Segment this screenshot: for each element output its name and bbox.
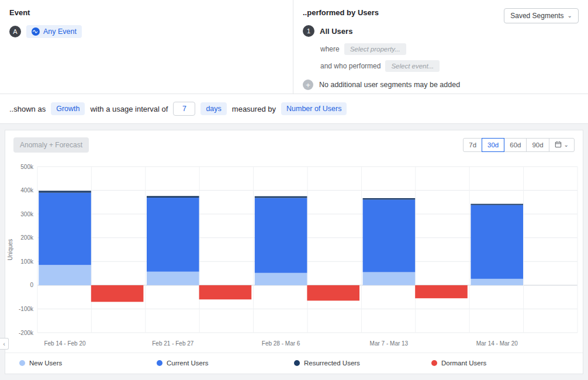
custom-date-button[interactable]: ⌄	[549, 138, 575, 152]
legend-label: Dormant Users	[441, 360, 486, 367]
chart-area: 500k400k300k200k100k0-100k-200kFeb 14 - …	[5, 154, 583, 353]
chevron-down-icon: ⌄	[564, 142, 569, 148]
select-event-field[interactable]: Select event...	[385, 60, 440, 72]
range-30d-button[interactable]: 30d	[482, 138, 504, 152]
legend-color-dot	[157, 360, 162, 366]
svg-text:Uniques: Uniques	[7, 239, 13, 261]
segment-row: 1 All Users	[303, 25, 579, 37]
segment-number-badge: 1	[303, 25, 314, 37]
and-who-performed-label: and who performed	[320, 62, 381, 70]
svg-text:0: 0	[30, 282, 33, 288]
chart-legend: New UsersCurrent UsersResurrected UsersD…	[5, 353, 583, 374]
svg-text:100k: 100k	[20, 258, 34, 265]
event-panel-title: Event	[9, 8, 283, 17]
range-60d-button[interactable]: 60d	[504, 138, 527, 152]
interval-input[interactable]	[173, 102, 195, 116]
no-additional-segments-note: No additional user segments may be added	[319, 81, 460, 89]
query-builder: Event A Any Event ..performed by Users S…	[0, 0, 588, 94]
chevron-down-icon: ⌄	[568, 13, 572, 19]
where-clause: where Select property...	[320, 43, 579, 55]
shown-as-label: ..shown as	[9, 105, 46, 113]
svg-text:Mar 7 - Mar 13: Mar 7 - Mar 13	[370, 340, 409, 347]
chart-type-chip[interactable]: Growth	[51, 102, 85, 115]
measured-by-label: measured by	[232, 105, 276, 113]
shown-as-bar: ..shown as Growth with a usage interval …	[0, 94, 588, 124]
calendar-icon	[555, 141, 562, 149]
saved-segments-button[interactable]: Saved Segments ⌄	[504, 8, 579, 23]
scroll-left-button[interactable]: ‹	[0, 338, 9, 350]
legend-label: New Users	[29, 360, 62, 367]
legend-label: Resurrected Users	[304, 360, 360, 367]
anomaly-forecast-button[interactable]: Anomaly + Forecast	[13, 137, 89, 153]
where-label: where	[320, 45, 340, 53]
svg-text:Mar 14 - Mar 20: Mar 14 - Mar 20	[476, 340, 518, 347]
svg-text:500k: 500k	[20, 164, 34, 170]
segment-name[interactable]: All Users	[320, 27, 352, 36]
any-event-label: Any Event	[43, 27, 77, 36]
legend-item[interactable]: Current Users	[157, 360, 294, 367]
date-range-group: 7d 30d 60d 90d ⌄	[463, 138, 575, 152]
growth-chart[interactable]: 500k400k300k200k100k0-100k-200kFeb 14 - …	[6, 155, 582, 350]
measure-chip[interactable]: Number of Users	[281, 102, 347, 115]
svg-text:-100k: -100k	[19, 306, 34, 312]
svg-text:400k: 400k	[20, 187, 34, 194]
event-letter-badge: A	[9, 26, 21, 37]
chart-card: Anomaly + Forecast 7d 30d 60d 90d ⌄ 500k…	[5, 130, 583, 374]
legend-color-dot	[294, 360, 300, 366]
legend-item[interactable]: Dormant Users	[431, 360, 569, 367]
legend-item[interactable]: Resurrected Users	[294, 360, 431, 367]
legend-label: Current Users	[167, 360, 209, 367]
event-icon	[32, 27, 40, 36]
users-panel: ..performed by Users Saved Segments ⌄ 1 …	[293, 0, 588, 94]
interval-label: with a usage interval of	[90, 105, 168, 113]
event-row: A Any Event	[9, 25, 283, 38]
svg-text:-200k: -200k	[19, 330, 34, 336]
legend-color-dot	[19, 360, 25, 366]
plus-icon: +	[303, 80, 313, 90]
svg-text:Feb 28 - Mar 6: Feb 28 - Mar 6	[262, 340, 300, 347]
add-segment-row: + No additional user segments may be add…	[303, 80, 579, 90]
legend-item[interactable]: New Users	[19, 360, 157, 367]
svg-text:200k: 200k	[20, 234, 34, 241]
select-property-field[interactable]: Select property...	[344, 43, 406, 55]
chart-toolbar: Anomaly + Forecast 7d 30d 60d 90d ⌄	[5, 130, 583, 154]
svg-text:Feb 21 - Feb 27: Feb 21 - Feb 27	[152, 340, 194, 347]
interval-unit-chip[interactable]: days	[200, 102, 226, 115]
saved-segments-label: Saved Segments	[510, 12, 563, 20]
svg-text:300k: 300k	[20, 211, 34, 217]
range-7d-button[interactable]: 7d	[463, 138, 482, 152]
legend-color-dot	[431, 360, 437, 366]
any-event-chip[interactable]: Any Event	[26, 25, 82, 38]
range-90d-button[interactable]: 90d	[526, 138, 549, 152]
performed-clause: and who performed Select event...	[320, 60, 579, 72]
svg-text:Feb 14 - Feb 20: Feb 14 - Feb 20	[44, 340, 86, 347]
event-panel: Event A Any Event	[0, 0, 293, 94]
